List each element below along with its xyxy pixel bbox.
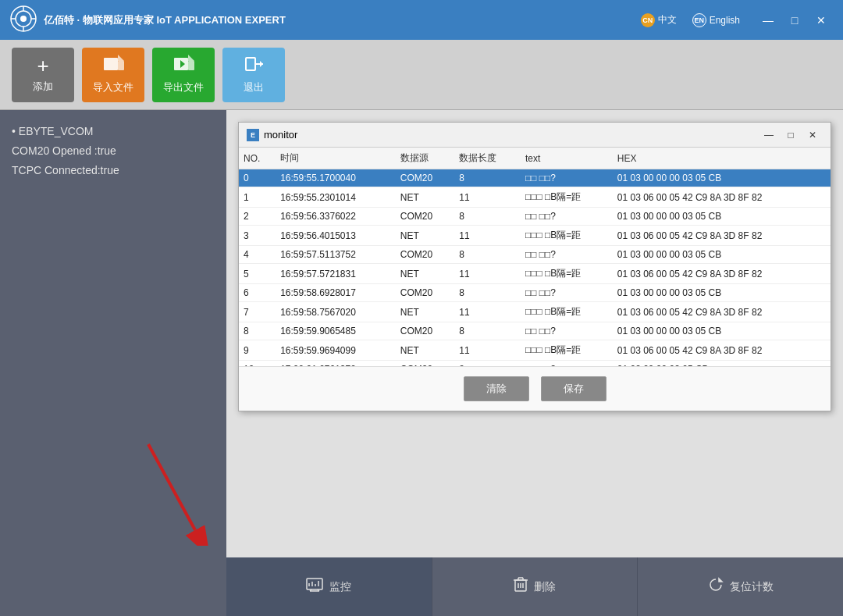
lang-cn-label: 中文: [658, 13, 677, 27]
title-bar: 亿佰特 · 物联网应用专家 IoT APPLICATION EXPERT CN …: [0, 0, 843, 40]
cell-no: 0: [239, 169, 276, 187]
save-button[interactable]: 保存: [541, 376, 606, 401]
right-panel: E monitor — □ ✕ NO. 时间 数据源: [226, 110, 843, 616]
cell-length: 8: [454, 361, 521, 367]
delete-bottom-button[interactable]: 删除: [432, 557, 638, 616]
cell-source: NET: [396, 340, 454, 361]
cell-source: COM20: [396, 284, 454, 302]
monitor-close-button[interactable]: ✕: [802, 126, 823, 144]
cell-text: □□□ □B隔=距: [521, 226, 613, 246]
cell-source: NET: [396, 187, 454, 208]
logo-text: 亿佰特 · 物联网应用专家 IoT APPLICATION EXPERT: [44, 13, 286, 27]
cell-length: 8: [454, 322, 521, 340]
monitor-bottom-button[interactable]: 监控: [226, 557, 432, 616]
delete-bottom-label: 删除: [534, 580, 556, 594]
main-content: • EBYTE_VCOM COM20 Opened :true TCPC Con…: [0, 110, 843, 616]
monitor-maximize-button[interactable]: □: [781, 126, 801, 144]
cell-time: 16:59:59.9694099: [276, 340, 396, 361]
cell-text: □□ □□?: [521, 284, 613, 302]
monitor-minimize-button[interactable]: —: [759, 126, 779, 144]
svg-marker-8: [118, 55, 124, 61]
svg-marker-35: [719, 579, 722, 582]
export-label: 导出文件: [163, 80, 204, 94]
table-row[interactable]: 416:59:57.5113752COM208□□ □□?01 03 00 00…: [239, 246, 831, 264]
monitor-dialog: E monitor — □ ✕ NO. 时间 数据源: [238, 122, 831, 411]
col-source: 数据源: [396, 148, 454, 169]
table-row[interactable]: 216:59:56.3376022COM208□□ □□?01 03 00 00…: [239, 208, 831, 226]
cell-hex: 01 03 00 00 00 03 05 CB: [613, 322, 831, 340]
table-row[interactable]: 916:59:59.9694099NET11□□□ □B隔=距01 03 06 …: [239, 340, 831, 361]
exit-icon: [243, 55, 265, 77]
reset-bottom-label: 复位计数: [730, 580, 774, 594]
cell-time: 16:59:58.7567020: [276, 302, 396, 322]
lang-en-label: English: [710, 15, 740, 26]
monitor-table-body: 016:59:55.1700040COM208□□ □□?01 03 00 00…: [239, 169, 831, 367]
table-row[interactable]: 616:59:58.6928017COM208□□ □□?01 03 00 00…: [239, 284, 831, 302]
cell-hex: 01 03 00 00 03 05 CB: [613, 361, 831, 367]
cell-source: COM20: [396, 361, 454, 367]
cell-source: COM20: [396, 208, 454, 226]
logo-icon: [9, 5, 37, 36]
export-button[interactable]: 导出文件: [152, 48, 215, 102]
monitor-table-container[interactable]: NO. 时间 数据源 数据长度 text HEX 016:59:55.17000…: [239, 148, 831, 366]
window-controls: — □ ✕: [756, 9, 834, 31]
cell-text: □□ □□?: [521, 208, 613, 226]
cell-source: COM20: [396, 322, 454, 340]
cell-no: 3: [239, 226, 276, 246]
cell-text: □□ □□?: [521, 169, 613, 187]
monitor-dialog-title: monitor: [264, 129, 297, 141]
minimize-button[interactable]: —: [756, 9, 781, 31]
add-button[interactable]: + 添加: [12, 48, 74, 102]
lang-en-button[interactable]: EN English: [686, 11, 746, 30]
svg-rect-12: [188, 61, 194, 70]
import-button[interactable]: 导入文件: [82, 48, 144, 102]
table-row[interactable]: 316:59:56.4015013NET11□□□ □B隔=距01 03 06 …: [239, 226, 831, 246]
cell-time: 16:59:56.4015013: [276, 226, 396, 246]
cell-source: COM20: [396, 246, 454, 264]
cell-time: 17:00:01.0761370: [276, 361, 396, 367]
table-header-row: NO. 时间 数据源 数据长度 text HEX: [239, 148, 831, 169]
cell-length: 8: [454, 246, 521, 264]
cell-hex: 01 03 00 00 00 03 05 CB: [613, 208, 831, 226]
toolbar: + 添加 导入文件 导出文件: [0, 40, 843, 110]
cell-no: 2: [239, 208, 276, 226]
cell-time: 16:59:56.3376022: [276, 208, 396, 226]
svg-marker-16: [260, 61, 263, 67]
add-icon: +: [37, 55, 48, 76]
reset-bottom-button[interactable]: 复位计数: [638, 557, 843, 616]
exit-button[interactable]: 退出: [222, 48, 285, 102]
cell-length: 11: [454, 264, 521, 284]
svg-rect-7: [104, 58, 118, 70]
export-icon: [173, 55, 194, 77]
cell-hex: 01 03 00 00 00 03 05 CB: [613, 246, 831, 264]
cell-text: □□ □□?: [521, 322, 613, 340]
table-row[interactable]: 116:59:55.2301014NET11□□□ □B隔=距01 03 06 …: [239, 187, 831, 208]
close-button[interactable]: ✕: [809, 9, 834, 31]
cell-text: □□ □□?: [521, 361, 613, 367]
table-row[interactable]: 016:59:55.1700040COM208□□ □□?01 03 00 00…: [239, 169, 831, 187]
table-row[interactable]: 516:59:57.5721831NET11□□□ □B隔=距01 03 06 …: [239, 264, 831, 284]
table-row[interactable]: 816:59:59.9065485COM208□□ □□?01 03 00 00…: [239, 322, 831, 340]
clear-button[interactable]: 清除: [464, 376, 529, 401]
sidebar-line1: • EBYTE_VCOM: [12, 122, 215, 141]
cell-hex: 01 03 06 00 05 42 C9 8A 3D 8F 82: [613, 264, 831, 284]
cell-time: 16:59:57.5113752: [276, 246, 396, 264]
cell-no: 7: [239, 302, 276, 322]
lang-cn-button[interactable]: CN 中文: [635, 11, 683, 30]
bottom-buttons: 监控 删除: [226, 557, 843, 616]
cell-no: 1: [239, 187, 276, 208]
monitor-titlebar: E monitor — □ ✕: [239, 123, 831, 148]
maximize-button[interactable]: □: [782, 9, 807, 31]
svg-rect-14: [246, 58, 255, 70]
table-row[interactable]: 1017:00:01.0761370COM208□□ □□?01 03 00 0…: [239, 361, 831, 367]
svg-marker-11: [188, 55, 194, 61]
cell-text: □□□ □B隔=距: [521, 340, 613, 361]
cell-time: 16:59:55.2301014: [276, 187, 396, 208]
sidebar-line2: COM20 Opened :true: [12, 141, 215, 161]
cell-length: 8: [454, 169, 521, 187]
monitor-table: NO. 时间 数据源 数据长度 text HEX 016:59:55.17000…: [239, 148, 831, 366]
cell-length: 11: [454, 340, 521, 361]
cell-text: □□□ □B隔=距: [521, 302, 613, 322]
cn-circle: CN: [641, 13, 655, 27]
table-row[interactable]: 716:59:58.7567020NET11□□□ □B隔=距01 03 06 …: [239, 302, 831, 322]
